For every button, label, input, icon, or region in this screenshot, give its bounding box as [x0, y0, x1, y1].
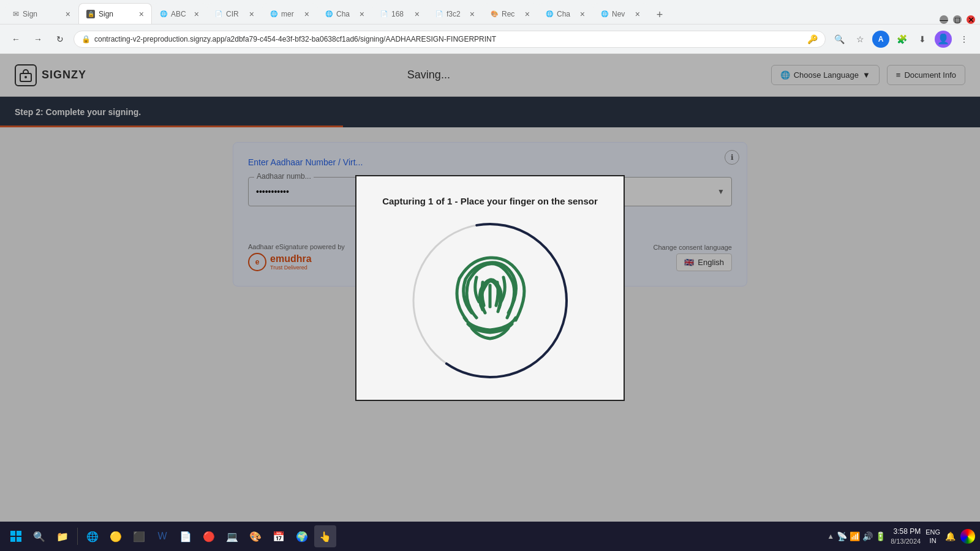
reload-button[interactable]: ↻	[51, 31, 69, 48]
svg-rect-7	[17, 537, 21, 542]
svg-rect-5	[17, 531, 21, 536]
taskbar: 🔍 📁 🌐 🟡 ⬛ W 📄 🔴 💻 🎨 📅 🌍 👆 ▲ 📡	[0, 522, 980, 551]
search-taskbar-button[interactable]: 🔍	[28, 525, 50, 547]
notification-icon[interactable]: 🔔	[945, 531, 956, 541]
fingerprint-container	[410, 221, 570, 380]
taskbar-right: ▲ 📡 📶 🔊 🔋 3:58 PM 8/13/2024 ENG IN 🔔	[827, 527, 975, 546]
tab-close-4[interactable]: ×	[249, 9, 254, 19]
forward-button[interactable]: →	[29, 31, 47, 48]
tray-arrow-icon[interactable]: ▲	[827, 532, 834, 541]
browser-tab-9[interactable]: 🎨 Rec ×	[483, 3, 538, 24]
battery-icon[interactable]: 🔋	[875, 531, 886, 541]
maximize-button[interactable]: □	[953, 15, 962, 24]
tab-title-6: Cha	[336, 10, 356, 18]
tab-close-2[interactable]: ×	[139, 9, 144, 19]
wifi-icon[interactable]: 📶	[850, 531, 860, 541]
profile-icon[interactable]: A	[872, 31, 889, 48]
tab-title-8: f3c2	[447, 10, 466, 18]
taskbar-icon-word[interactable]: W	[151, 525, 173, 547]
browser-tab-7[interactable]: 📄 168 ×	[372, 3, 428, 24]
browser-tab-5[interactable]: 🌐 mer ×	[262, 3, 317, 24]
tab-close-6[interactable]: ×	[360, 9, 364, 19]
modal-overlay: Capturing 1 of 1 - Place your finger on …	[0, 54, 980, 522]
address-bar[interactable]: 🔒 contracting-v2-preproduction.signzy.ap…	[74, 31, 826, 48]
tab-close-8[interactable]: ×	[470, 9, 475, 19]
tab-favicon-7: 📄	[380, 10, 388, 17]
search-button[interactable]: 🔍	[831, 31, 848, 48]
tab-title-11: Nev	[612, 10, 631, 18]
vpn-icon[interactable]: 📡	[837, 531, 847, 541]
taskbar-icon-edge[interactable]: 🌐	[81, 525, 104, 547]
tab-close-5[interactable]: ×	[304, 9, 309, 19]
tab-favicon-2: 🔒	[86, 10, 95, 18]
fingerprint-ring-progress	[410, 221, 570, 380]
date-display: 8/13/2024	[891, 537, 921, 546]
minimize-button[interactable]: —	[940, 15, 948, 24]
system-tray: ▲ 📡 📶 🔊 🔋	[827, 531, 886, 541]
tab-favicon-1: ✉	[13, 10, 19, 18]
extensions-button[interactable]: 🧩	[893, 31, 910, 48]
browser-tab-2[interactable]: 🔒 Sign ×	[78, 3, 152, 24]
tab-close-7[interactable]: ×	[415, 9, 420, 19]
tab-close-10[interactable]: ×	[580, 9, 585, 19]
tab-favicon-8: 📄	[435, 10, 443, 17]
browser-tab-6[interactable]: 🌐 Cha ×	[317, 3, 372, 24]
clock-display[interactable]: 3:58 PM 8/13/2024	[891, 527, 921, 546]
tab-title-1: Sign	[23, 10, 62, 18]
volume-icon[interactable]: 🔊	[862, 531, 873, 541]
tab-title-5: mer	[281, 10, 301, 18]
browser-tab-4[interactable]: 📄 CIR ×	[207, 3, 262, 24]
taskbar-icon-pdf[interactable]: 📄	[175, 525, 197, 547]
tab-favicon-9: 🎨	[491, 10, 498, 17]
color-accent[interactable]	[960, 529, 975, 544]
tab-title-2: Sign	[99, 10, 135, 18]
svg-rect-4	[10, 531, 15, 536]
taskbar-icon-browser2[interactable]: 🌍	[291, 525, 313, 547]
tab-title-7: 168	[391, 10, 411, 18]
browser-tab-3[interactable]: 🌐 ABC ×	[152, 3, 207, 24]
tab-favicon-11: 🌐	[601, 10, 608, 17]
new-tab-button[interactable]: +	[650, 6, 669, 24]
tab-title-4: CIR	[226, 10, 246, 18]
tab-favicon-10: 🌐	[546, 10, 553, 17]
taskbar-icon-terminal[interactable]: ⬛	[128, 525, 150, 547]
taskbar-icon-chrome[interactable]: 🟡	[105, 525, 127, 547]
time-display: 3:58 PM	[891, 527, 921, 537]
svg-rect-6	[10, 537, 15, 542]
avatar-button[interactable]: 👤	[935, 31, 952, 48]
lock-icon: 🔒	[81, 35, 91, 43]
taskbar-icon-vscode[interactable]: 💻	[221, 525, 243, 547]
taskbar-icon-fingerprint[interactable]: 👆	[314, 525, 336, 547]
download-button[interactable]: ⬇	[914, 31, 931, 48]
tab-title-3: ABC	[171, 10, 190, 18]
lang-display: ENG IN	[925, 528, 940, 545]
tab-favicon-6: 🌐	[325, 10, 333, 17]
modal-title: Capturing 1 of 1 - Place your finger on …	[382, 196, 598, 206]
star-button[interactable]: ☆	[851, 31, 869, 48]
tab-close-11[interactable]: ×	[635, 9, 640, 19]
tab-close-9[interactable]: ×	[525, 9, 530, 19]
browser-tab-10[interactable]: 🌐 Cha ×	[538, 3, 593, 24]
url-text: contracting-v2-preproduction.signzy.app/…	[94, 35, 804, 43]
taskbar-icon-app1[interactable]: 🔴	[198, 525, 220, 547]
tab-favicon-3: 🌐	[160, 10, 167, 17]
taskbar-icon-calendar[interactable]: 📅	[268, 525, 290, 547]
taskbar-separator	[77, 528, 78, 545]
menu-button[interactable]: ⋮	[956, 31, 973, 48]
svg-point-3	[410, 221, 570, 380]
browser-tab-1[interactable]: ✉ Sign ×	[5, 3, 78, 24]
taskbar-icon-figma[interactable]: 🎨	[244, 525, 266, 547]
tab-favicon-4: 📄	[215, 10, 222, 17]
browser-tab-8[interactable]: 📄 f3c2 ×	[428, 3, 483, 24]
browser-tab-11[interactable]: 🌐 Nev ×	[593, 3, 648, 24]
tab-title-9: Rec	[502, 10, 521, 18]
tab-favicon-5: 🌐	[270, 10, 277, 17]
start-button[interactable]	[5, 525, 27, 547]
fingerprint-modal: Capturing 1 of 1 - Place your finger on …	[355, 175, 625, 401]
key-icon: 🔑	[807, 34, 818, 44]
tab-close-3[interactable]: ×	[194, 9, 199, 19]
back-button[interactable]: ←	[7, 31, 24, 48]
tab-close-1[interactable]: ×	[66, 9, 70, 19]
file-explorer-button[interactable]: 📁	[51, 525, 74, 547]
close-button[interactable]: ✕	[967, 15, 975, 24]
